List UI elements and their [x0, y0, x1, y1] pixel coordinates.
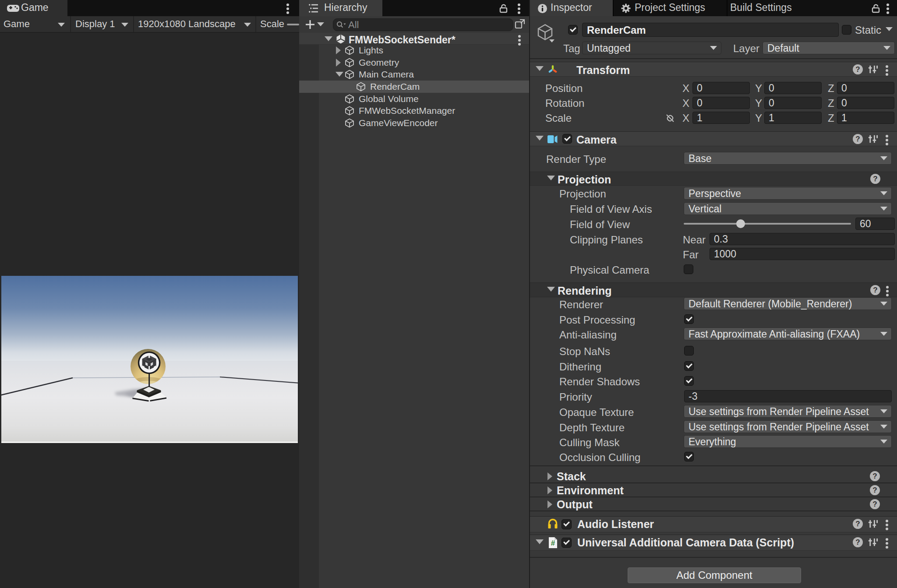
svg-text:#: #	[551, 539, 555, 547]
